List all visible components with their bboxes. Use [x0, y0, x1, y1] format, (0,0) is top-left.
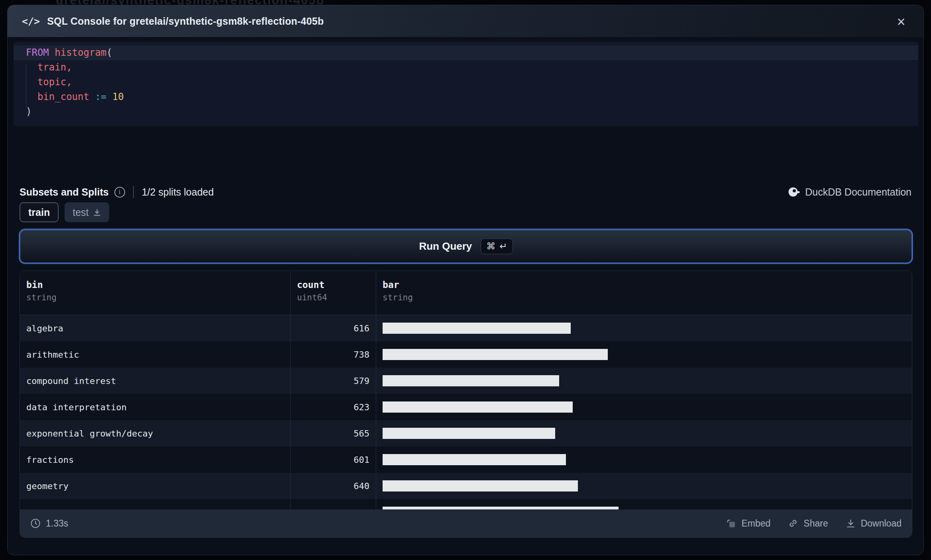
share-label: Share	[803, 518, 828, 529]
splits-row: train test	[20, 202, 109, 222]
splits-loaded-status: 1/2 splits loaded	[142, 186, 214, 198]
cell-bin: algebra	[20, 315, 291, 341]
table-row: fractions601	[20, 446, 912, 473]
subsets-title: Subsets and Splits	[20, 186, 109, 198]
cell-count: 623	[291, 394, 376, 420]
results-table-body: algebra616arithmetic738compound interest…	[20, 315, 912, 525]
results-footer: 1.33s Embed Share	[20, 509, 912, 537]
modal-header: </> SQL Console for gretelai/synthetic-g…	[8, 5, 923, 37]
split-label: train	[28, 207, 50, 218]
indent-guide	[26, 64, 26, 108]
histogram-bar	[383, 375, 559, 386]
download-icon	[846, 519, 856, 529]
divider	[133, 186, 134, 198]
code-token: 10	[112, 91, 124, 102]
cell-count: 616	[291, 315, 376, 341]
code-token	[49, 47, 55, 58]
cell-bin: data interpretation	[20, 394, 291, 420]
table-row: data interpretation623	[20, 394, 912, 420]
run-query-button[interactable]: Run Query ⌘ ↵	[19, 229, 913, 264]
column-header-bin: binstring	[20, 271, 291, 315]
column-type: string	[383, 293, 905, 302]
code-token: train,	[26, 62, 72, 73]
cell-count: 738	[291, 341, 376, 368]
cell-count: 640	[291, 473, 376, 499]
code-token: :=	[95, 91, 112, 102]
subsets-row: Subsets and Splits i 1/2 splits loaded D…	[20, 183, 911, 201]
cell-count: 579	[291, 368, 376, 394]
clock-icon	[30, 518, 41, 529]
cell-bar	[376, 368, 912, 394]
code-icon: </>	[22, 16, 40, 27]
histogram-bar	[383, 428, 555, 439]
share-button[interactable]: Share	[788, 518, 828, 529]
code-line: bin_count := 10	[14, 90, 918, 104]
split-chip-train[interactable]: train	[20, 202, 59, 222]
histogram-bar	[383, 323, 571, 334]
code-token: histogram	[55, 47, 106, 58]
duckdb-doc-label: DuckDB Documentation	[805, 186, 911, 198]
cell-bin: geometry	[20, 473, 291, 499]
cell-bin: exponential growth/decay	[20, 420, 291, 446]
column-type: uint64	[297, 293, 369, 302]
sql-editor[interactable]: FROM histogram( train, topic, bin_count …	[14, 42, 918, 126]
embed-button[interactable]: Embed	[726, 518, 770, 529]
cell-bar	[376, 341, 912, 368]
query-time: 1.33s	[30, 518, 68, 529]
split-label: test	[73, 207, 88, 218]
close-icon[interactable]: ×	[892, 13, 910, 31]
code-line: train,	[14, 60, 918, 75]
cell-bar	[376, 473, 912, 499]
share-link-icon	[788, 518, 798, 529]
column-header-bar: barstring	[376, 271, 912, 315]
table-row: geometry640	[20, 473, 912, 499]
column-header-count: countuint64	[291, 271, 376, 315]
results-table-header: binstringcountuint64barstring	[20, 271, 912, 315]
info-icon[interactable]: i	[114, 187, 125, 198]
histogram-bar	[383, 349, 608, 360]
keyboard-shortcut-badge: ⌘ ↵	[481, 239, 513, 254]
download-label: Download	[861, 518, 902, 529]
query-time-value: 1.33s	[46, 518, 68, 529]
code-token: FROM	[26, 47, 49, 58]
download-button[interactable]: Download	[846, 518, 902, 529]
cell-count: 565	[291, 420, 376, 446]
code-token: (	[106, 47, 112, 58]
code-line: FROM histogram(	[14, 45, 918, 60]
cell-bin: fractions	[20, 446, 291, 473]
split-chip-test[interactable]: test	[65, 202, 109, 222]
footer-actions: Embed Share Download	[726, 518, 902, 529]
code-line: )	[14, 104, 918, 119]
cell-bar	[376, 394, 912, 420]
duckdb-logo-icon	[788, 186, 800, 198]
histogram-bar	[383, 401, 573, 413]
code-token: bin_count	[26, 91, 95, 102]
cell-bar	[376, 315, 912, 341]
cell-bin: arithmetic	[20, 341, 291, 368]
download-icon	[93, 208, 101, 217]
column-name: count	[297, 280, 369, 290]
code-token: topic,	[26, 76, 72, 88]
column-name: bin	[26, 280, 284, 290]
run-query-label: Run Query	[419, 240, 472, 253]
column-type: string	[26, 293, 284, 302]
embed-icon	[726, 519, 736, 529]
code-token: )	[26, 106, 31, 117]
results-card: binstringcountuint64barstring algebra616…	[20, 270, 912, 538]
table-row: exponential growth/decay565	[20, 420, 912, 446]
histogram-bar	[383, 454, 566, 465]
duckdb-doc-link[interactable]: DuckDB Documentation	[788, 186, 911, 198]
modal-title: SQL Console for gretelai/synthetic-gsm8k…	[47, 16, 324, 27]
table-row: compound interest579	[20, 368, 912, 394]
histogram-bar	[383, 480, 578, 491]
sql-code: FROM histogram( train, topic, bin_count …	[14, 42, 918, 119]
cmd-key-icon: ⌘	[486, 241, 495, 252]
table-row: arithmetic738	[20, 341, 912, 368]
column-name: bar	[383, 280, 905, 290]
cell-bin: compound interest	[20, 368, 291, 394]
embed-label: Embed	[741, 518, 770, 529]
table-row: algebra616	[20, 315, 912, 341]
code-line: topic,	[14, 75, 918, 90]
cell-bar	[376, 446, 912, 473]
enter-key-icon: ↵	[499, 241, 507, 252]
